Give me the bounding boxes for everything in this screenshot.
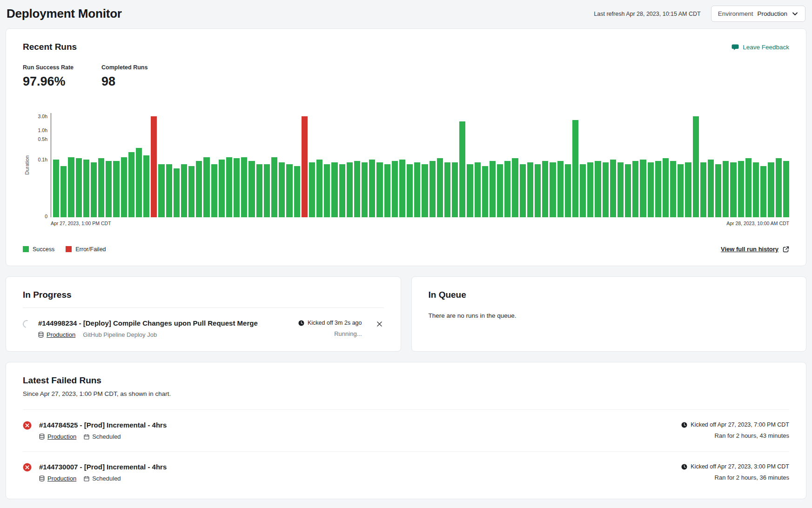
run-bar-success[interactable] xyxy=(444,162,450,217)
run-bar-success[interactable] xyxy=(730,162,736,217)
environment-link[interactable]: Production xyxy=(39,433,76,440)
run-bar-success[interactable] xyxy=(414,162,420,217)
run-bar-success[interactable] xyxy=(437,158,443,217)
run-bar-success[interactable] xyxy=(678,164,684,217)
run-bar-success[interactable] xyxy=(738,161,744,217)
run-bar-success[interactable] xyxy=(106,161,112,217)
run-bar-success[interactable] xyxy=(331,162,337,217)
run-bar-success[interactable] xyxy=(76,158,82,217)
run-bar-success[interactable] xyxy=(587,162,593,217)
run-bar-success[interactable] xyxy=(354,161,360,217)
run-bar-success[interactable] xyxy=(467,164,473,217)
run-bar-success[interactable] xyxy=(670,161,676,217)
run-bar-success[interactable] xyxy=(196,161,202,217)
run-bar-success[interactable] xyxy=(347,162,353,217)
run-bar-success[interactable] xyxy=(113,161,119,217)
run-bar-success[interactable] xyxy=(632,161,638,217)
run-bar-success[interactable] xyxy=(565,164,571,217)
run-bar-success[interactable] xyxy=(279,162,285,217)
run-bar-success[interactable] xyxy=(504,161,510,217)
run-bar-success[interactable] xyxy=(324,164,330,217)
run-bar-success[interactable] xyxy=(226,157,232,217)
run-bar-success[interactable] xyxy=(452,162,458,217)
run-bar-success[interactable] xyxy=(53,160,59,217)
run-bar-success[interactable] xyxy=(482,166,488,217)
run-bar-success[interactable] xyxy=(723,161,729,217)
environment-link[interactable]: Production xyxy=(39,475,76,482)
run-bar-success[interactable] xyxy=(580,164,586,217)
run-bar-success[interactable] xyxy=(83,160,89,217)
run-bar-success[interactable] xyxy=(219,160,225,217)
run-bar-success[interactable] xyxy=(783,161,789,217)
run-bar-success[interactable] xyxy=(640,160,646,217)
run-bar-success[interactable] xyxy=(248,161,255,217)
run-bar-success[interactable] xyxy=(143,155,149,217)
run-bar-success[interactable] xyxy=(316,160,322,217)
run-bar-success[interactable] xyxy=(136,148,142,217)
run-bar-success[interactable] xyxy=(264,164,270,217)
run-bar-success[interactable] xyxy=(174,168,180,217)
view-full-run-history-link[interactable]: View full run history xyxy=(721,246,789,253)
run-bar-success[interactable] xyxy=(91,162,97,217)
close-icon[interactable] xyxy=(375,320,384,330)
run-bar-success[interactable] xyxy=(625,164,631,217)
leave-feedback-link[interactable]: Leave Feedback xyxy=(731,43,789,51)
run-bar-success[interactable] xyxy=(527,162,533,217)
run-bar-success[interactable] xyxy=(475,162,481,217)
run-bar-success[interactable] xyxy=(685,162,691,217)
run-bar-success[interactable] xyxy=(572,120,578,217)
run-bar-success[interactable] xyxy=(753,162,759,217)
run-bar-success[interactable] xyxy=(128,152,134,217)
run-bar-success[interactable] xyxy=(98,158,104,217)
run-bar-success[interactable] xyxy=(309,162,315,217)
run-bar-success[interactable] xyxy=(392,161,398,217)
run-bar-success[interactable] xyxy=(407,164,413,217)
environment-select[interactable]: Environment Production xyxy=(711,6,805,22)
run-bar-success[interactable] xyxy=(429,161,436,217)
run-bar-success[interactable] xyxy=(557,161,564,217)
run-bar-success[interactable] xyxy=(181,164,187,217)
run-bar-success[interactable] xyxy=(384,164,390,217)
run-bar-success[interactable] xyxy=(708,160,714,217)
run-bar-success[interactable] xyxy=(595,161,601,217)
run-bar-success[interactable] xyxy=(512,158,518,217)
environment-link[interactable]: Production xyxy=(38,331,75,338)
run-bar-success[interactable] xyxy=(68,157,74,217)
run-bar-success[interactable] xyxy=(286,164,292,217)
run-bar-success[interactable] xyxy=(693,116,699,217)
run-bar-success[interactable] xyxy=(121,157,127,217)
run-bar-success[interactable] xyxy=(376,162,383,217)
run-bar-success[interactable] xyxy=(203,157,209,217)
run-bar-success[interactable] xyxy=(234,158,240,217)
run-bar-success[interactable] xyxy=(158,164,164,217)
run-bar-success[interactable] xyxy=(241,157,247,217)
run-bar-success[interactable] xyxy=(271,157,277,217)
run-bar-success[interactable] xyxy=(550,162,556,217)
run-bar-success[interactable] xyxy=(715,164,721,217)
run-bar-success[interactable] xyxy=(362,162,368,217)
run-bar-success[interactable] xyxy=(166,164,172,217)
run-bar-failed[interactable] xyxy=(302,116,308,217)
run-bar-success[interactable] xyxy=(497,164,503,217)
run-bar-success[interactable] xyxy=(339,164,345,217)
run-bar-success[interactable] xyxy=(256,164,262,217)
run-bar-success[interactable] xyxy=(648,162,654,217)
run-bar-success[interactable] xyxy=(745,158,752,217)
run-bar-success[interactable] xyxy=(776,158,782,217)
run-bar-success[interactable] xyxy=(542,161,548,217)
run-bar-success[interactable] xyxy=(700,162,706,217)
run-bar-success[interactable] xyxy=(399,160,405,217)
run-bar-success[interactable] xyxy=(188,166,195,217)
run-bar-success[interactable] xyxy=(459,121,465,217)
run-bar-success[interactable] xyxy=(211,164,217,217)
run-bar-success[interactable] xyxy=(617,162,624,217)
run-bar-success[interactable] xyxy=(603,162,609,217)
run-bar-success[interactable] xyxy=(768,162,774,217)
run-bar-success[interactable] xyxy=(520,164,526,217)
run-bar-success[interactable] xyxy=(610,160,616,217)
run-bar-success[interactable] xyxy=(294,166,300,217)
run-bar-success[interactable] xyxy=(369,160,375,217)
run-bar-success[interactable] xyxy=(760,166,766,217)
run-bar-success[interactable] xyxy=(663,158,669,217)
run-bar-success[interactable] xyxy=(535,164,541,217)
